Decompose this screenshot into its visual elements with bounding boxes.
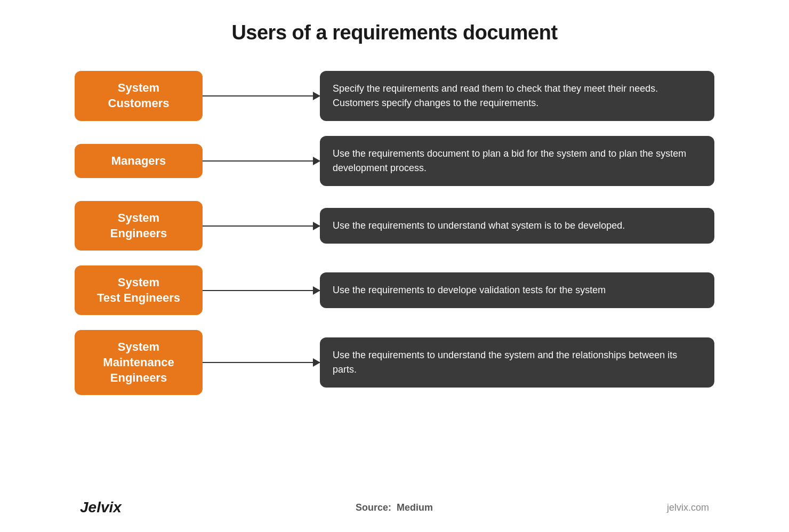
description-test-engineers: Use the requirements to develope validat… [320, 272, 714, 308]
diagram-row: SystemEngineers Use the requirements to … [75, 201, 714, 251]
arrow-line-2 [203, 160, 320, 162]
arrow-line-5 [203, 362, 320, 363]
footer-url: jelvix.com [667, 502, 709, 513]
arrow-1 [203, 95, 320, 96]
arrow-line-4 [203, 290, 320, 291]
page-title: Users of a requirements document [231, 21, 557, 44]
user-label-test-engineers: SystemTest Engineers [75, 265, 203, 315]
description-system-customers: Specify the requirements and read them t… [320, 71, 714, 121]
user-label-system-customers: SystemCustomers [75, 71, 203, 120]
description-managers: Use the requirements document to plan a … [320, 136, 714, 186]
diagram-row: SystemTest Engineers Use the requirement… [75, 265, 714, 315]
footer-source: Source: Medium [356, 502, 433, 513]
user-label-system-engineers: SystemEngineers [75, 201, 203, 251]
user-label-maintenance-engineers: SystemMaintenanceEngineers [75, 330, 203, 395]
brand-logo: Jelvix [80, 499, 122, 516]
arrow-4 [203, 290, 320, 291]
user-label-managers: Managers [75, 144, 203, 179]
source-value: Medium [397, 502, 433, 513]
diagram-container: SystemCustomers Specify the requirements… [75, 71, 714, 478]
arrow-3 [203, 225, 320, 227]
arrow-line-3 [203, 225, 320, 227]
arrow-line-1 [203, 95, 320, 96]
footer: Jelvix Source: Medium jelvix.com [75, 499, 714, 516]
arrow-2 [203, 160, 320, 162]
diagram-row: SystemCustomers Specify the requirements… [75, 71, 714, 121]
diagram-row: SystemMaintenanceEngineers Use the requi… [75, 330, 714, 395]
description-maintenance-engineers: Use the requirements to understand the s… [320, 337, 714, 388]
diagram-row: Managers Use the requirements document t… [75, 136, 714, 186]
description-system-engineers: Use the requirements to understand what … [320, 208, 714, 244]
source-label: Source: [356, 502, 391, 513]
arrow-5 [203, 362, 320, 363]
